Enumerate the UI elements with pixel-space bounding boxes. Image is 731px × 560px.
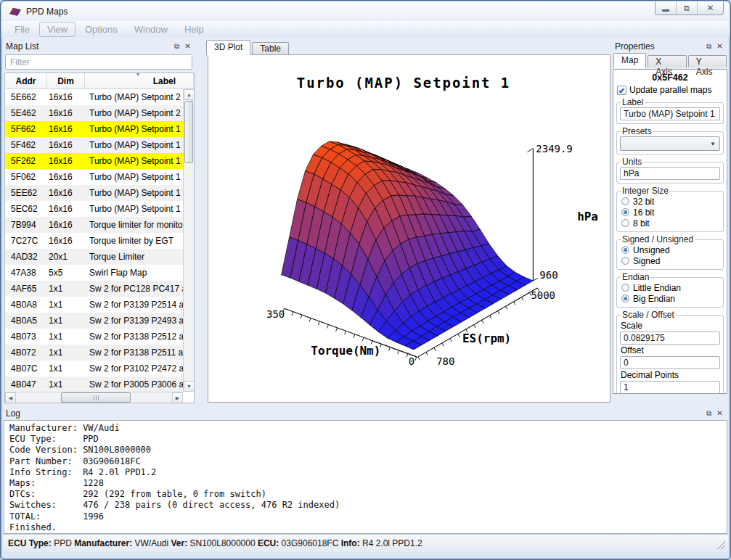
table-row[interactable]: 47A385x5Swirl Flap Map (5, 265, 194, 281)
tab-3d-plot[interactable]: 3D Plot (206, 40, 250, 55)
table-row[interactable]: 5F06216x16Turbo (MAP) Setpoint 1 (5, 169, 194, 185)
scale-input[interactable] (620, 332, 720, 345)
surface-plot[interactable]: Turbo (MAP) Setpoint 1350078050009602349… (208, 55, 610, 402)
workspace: Map List ⧉ ✕ Addr Dim ▼ Label 5E66216x16… (3, 37, 728, 552)
table-row[interactable]: 7C27C16x16Torque limiter by EGT (5, 233, 194, 249)
cell-label: Turbo (MAP) Setpoint 1 (85, 121, 194, 137)
restore-icon: ⧉ (684, 4, 690, 13)
integer-size-options: 32 bit16 bit8 bit (620, 196, 720, 228)
presets-combobox[interactable]: ▼ (620, 136, 720, 151)
cell-dim: 16x16 (47, 233, 85, 249)
menu-options[interactable]: Options (78, 22, 125, 36)
filter-input[interactable] (5, 54, 192, 70)
table-row[interactable]: 5EE6216x16Turbo (MAP) Setpoint 1 (5, 185, 194, 201)
menu-window[interactable]: Window (127, 22, 175, 36)
status-bar: ECU Type: PPD Manufacturer: VW/Audi Ver:… (3, 534, 728, 552)
vertical-scroll-thumb[interactable] (184, 101, 193, 163)
update-parallel-checkbox-row[interactable]: ✔ Update parallel maps (617, 85, 724, 95)
horizontal-scroll-thumb[interactable] (61, 392, 131, 403)
resize-grip[interactable] (716, 540, 725, 549)
scroll-right-icon[interactable]: ▶ (172, 392, 183, 403)
float-icon[interactable]: ⧉ (703, 408, 714, 419)
table-row[interactable]: 5E66216x16Turbo (MAP) Setpoint 2 (5, 89, 194, 105)
table-row[interactable]: 5E46216x16Turbo (MAP) Setpoint 2 (5, 105, 194, 121)
scroll-left-icon[interactable]: ◀ (5, 392, 16, 403)
log-panel[interactable]: Manufacturer: VW/Audi ECU Type: PPD Code… (4, 420, 727, 534)
table-row[interactable]: 5F66216x16Turbo (MAP) Setpoint 1 (5, 121, 194, 137)
tab-map[interactable]: Map (613, 53, 646, 68)
table-row[interactable]: 4B0721x1Sw 2 for P3138 P2511 at 4E6 (5, 345, 194, 361)
close-icon[interactable]: ✕ (182, 41, 193, 52)
radio-little-endian[interactable]: Little Endian (620, 282, 720, 293)
checkbox-checked-icon[interactable]: ✔ (617, 86, 626, 95)
tab-table[interactable]: Table (252, 42, 289, 54)
horizontal-scroll-track[interactable] (16, 392, 172, 403)
cell-addr: 5EC62 (5, 201, 47, 217)
window-title: PPD Maps (26, 7, 68, 17)
tab-x-axis[interactable]: X Axis (648, 55, 686, 67)
cell-addr: 4B073 (5, 329, 47, 345)
restore-button[interactable]: ⧉ (677, 1, 698, 15)
radio-button-icon (621, 284, 629, 292)
column-header-label[interactable]: ▼ Label (85, 73, 194, 88)
decimal-points-input[interactable] (620, 381, 720, 394)
radio-8-bit[interactable]: 8 bit (620, 218, 720, 228)
label-group-title: Label (621, 97, 645, 107)
close-icon[interactable]: ✕ (714, 41, 725, 52)
table-row[interactable]: 4AF651x1Sw 2 for PC128 PC417 at 4C (5, 281, 194, 297)
table-row[interactable]: 4B0731x1Sw 2 for P3138 P2512 at 4E6 (5, 329, 194, 345)
vertical-scrollbar[interactable]: ▲ ▼ (183, 89, 194, 392)
close-icon[interactable]: ✕ (714, 408, 725, 419)
table-row[interactable]: 5EC6216x16Turbo (MAP) Setpoint 1 (5, 201, 194, 217)
scroll-up-icon[interactable]: ▲ (184, 89, 195, 100)
units-group: Units (616, 157, 724, 184)
title-bar[interactable]: PPD Maps ⧉ ✕ (1, 1, 730, 21)
minimize-button[interactable] (656, 1, 677, 15)
float-icon[interactable]: ⧉ (171, 41, 182, 52)
radio-unsigned[interactable]: Unsigned (620, 244, 720, 255)
close-button[interactable]: ✕ (698, 1, 723, 15)
column-header-dim[interactable]: Dim (47, 73, 85, 88)
table-row[interactable]: 4AD3220x1Torque Limiter (5, 249, 194, 265)
integer-size-title: Integer Size (621, 186, 670, 196)
table-row[interactable]: 4B0A51x1Sw 2 for P3139 P2493 at 4E9 (5, 313, 194, 329)
menu-view[interactable]: View (39, 22, 75, 37)
status-value: VW/Audi (134, 538, 171, 548)
sort-indicator-icon: ▼ (136, 73, 141, 77)
radio-big-endian[interactable]: Big Endian (620, 293, 720, 304)
table-row[interactable]: 4B0471x1Sw 2 for P3005 P3006 at 4E1 (5, 376, 194, 392)
float-icon[interactable]: ⧉ (703, 41, 714, 52)
cell-dim: 16x16 (47, 217, 85, 233)
label-input[interactable] (620, 107, 720, 120)
menu-help[interactable]: Help (177, 22, 211, 36)
radio-32-bit[interactable]: 32 bit (620, 196, 720, 207)
plot-panel: Turbo (MAP) Setpoint 1350078050009602349… (208, 54, 610, 403)
column-header-addr[interactable]: Addr (5, 73, 47, 88)
radio-signed[interactable]: Signed (620, 255, 720, 266)
cell-addr: 7B994 (5, 217, 47, 233)
radio-button-icon (621, 295, 629, 302)
cell-dim: 1x1 (47, 329, 85, 345)
radio-button-icon (621, 197, 629, 205)
window-controls: ⧉ ✕ (655, 1, 724, 15)
field-label: Scale (621, 321, 720, 331)
scroll-down-icon[interactable]: ▼ (184, 381, 195, 392)
close-icon: ✕ (706, 3, 714, 13)
svg-text:350: 350 (266, 308, 285, 320)
offset-input[interactable] (620, 356, 720, 369)
table-row[interactable]: 4B07C1x1Sw 2 for P3102 P2472 at 4E6 (5, 361, 194, 376)
properties-title-bar: Properties ⧉ ✕ (612, 40, 728, 53)
tab-y-axis[interactable]: Y Axis (688, 55, 727, 67)
horizontal-scrollbar[interactable]: ◀ ▶ (5, 392, 183, 403)
menu-file[interactable]: File (7, 22, 37, 36)
table-row[interactable]: 4B0A81x1Sw 2 for P3139 P2514 at 4E9 (5, 297, 194, 313)
cell-label: Sw 2 for PC128 PC417 at 4C (85, 281, 194, 297)
map-list-title: Map List (6, 41, 38, 52)
radio-16-bit[interactable]: 16 bit (620, 207, 720, 218)
cell-addr: 5EE62 (5, 185, 47, 201)
table-row[interactable]: 5F46216x16Turbo (MAP) Setpoint 1 (5, 137, 194, 153)
units-input[interactable] (620, 167, 720, 180)
cell-label: Torque limiter by EGT (85, 233, 194, 249)
table-row[interactable]: 5F26216x16Turbo (MAP) Setpoint 1 (5, 153, 194, 169)
table-row[interactable]: 7B99416x16Torque limiter for monitorin (5, 217, 194, 233)
